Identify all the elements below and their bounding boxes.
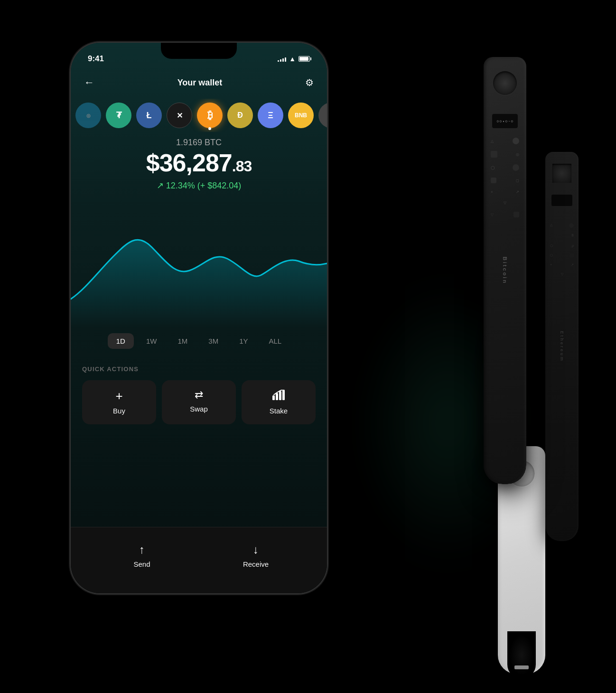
status-time: 9:41 — [88, 54, 104, 64]
time-btn-3m[interactable]: 3M — [200, 333, 227, 349]
stake-label: Stake — [270, 407, 288, 415]
battery-fill — [299, 57, 308, 61]
ledger-button-circle — [493, 71, 517, 95]
phone: 9:41 ▲ ← Your wallet — [71, 43, 327, 593]
back-button[interactable]: ← — [84, 76, 94, 89]
coin-mystery[interactable]: ◎ — [75, 103, 101, 128]
time-btn-1y[interactable]: 1Y — [231, 333, 256, 349]
quick-actions-section: QUICK ACTIONS + Buy ⇄ Swap — [71, 365, 327, 424]
ledger-s-icon-row-1: △ — [550, 223, 574, 228]
svg-rect-0 — [272, 395, 275, 400]
ledger-icon-row-7: ▽ — [491, 212, 519, 217]
ledger-s-icon-row-4: ⬡ — [550, 253, 574, 257]
status-icons: ▲ — [278, 55, 310, 63]
buy-icon: + — [115, 390, 122, 402]
svg-rect-1 — [276, 393, 278, 400]
price-dollars: $36,287 — [146, 149, 232, 177]
swap-button[interactable]: ⇄ Swap — [162, 380, 236, 424]
ledger-icon-row-2: ◎ — [491, 151, 519, 158]
ledger-s-icons: △ B ⬡ ρ ⬡ + ↗ — [550, 223, 574, 276]
chart-fill — [71, 240, 327, 328]
price-display: $36,287.83 — [80, 150, 317, 177]
ledger-icon-row-3: ⬡ — [491, 164, 519, 171]
notch — [161, 43, 237, 59]
time-btn-1d[interactable]: 1D — [108, 333, 134, 349]
send-action[interactable]: ↑ Send — [85, 543, 199, 568]
receive-icon: ↓ — [253, 543, 259, 556]
action-buttons-row: + Buy ⇄ Swap — [82, 380, 316, 424]
coin-litecoin[interactable]: Ł — [136, 103, 162, 128]
ledger-devices-group: ⬡⬡×⬡↑⬡ Bitcoin △ ◎ ⬡ — [346, 57, 583, 674]
svg-rect-2 — [279, 391, 281, 400]
ledger-nano-s: Ethereum △ B ⬡ ρ ⬡ — [545, 152, 579, 541]
receive-label: Receive — [243, 560, 269, 568]
ledger-icon-row-4: ◻ — [491, 178, 519, 183]
buy-label: Buy — [113, 407, 125, 415]
send-icon: ↑ — [139, 543, 145, 556]
ledger-icon-list: △ ◎ ⬡ ◻ + ↗ — [491, 138, 519, 217]
coin-algo[interactable]: A — [318, 103, 327, 128]
time-period-selector: 1D 1W 1M 3M 1Y ALL — [71, 333, 327, 349]
price-section: 1.9169 BTC $36,287.83 ↗ 12.34% (+ $842.0… — [71, 138, 327, 191]
signal-bar-4 — [285, 57, 286, 62]
receive-action[interactable]: ↓ Receive — [199, 543, 313, 568]
send-label: Send — [133, 560, 150, 568]
price-chart — [71, 204, 327, 328]
ledger-icon-row-1: △ — [491, 138, 519, 144]
stake-button[interactable]: Stake — [242, 380, 316, 424]
signal-bar-1 — [278, 60, 279, 62]
stake-icon — [272, 390, 285, 402]
time-btn-all[interactable]: ALL — [261, 333, 290, 349]
ledger-s-icon-row-2: B — [550, 234, 574, 238]
ledger-screen-text: ⬡⬡×⬡↑⬡ — [496, 120, 513, 123]
settings-icon[interactable]: ⚙ — [305, 77, 314, 88]
ledger-icon-row-6: ▽ — [491, 201, 519, 205]
coin-amount: 1.9169 BTC — [80, 138, 317, 148]
ledger-screen: ⬡⬡×⬡↑⬡ — [492, 114, 518, 128]
price-change: ↗ 12.34% (+ $842.04) — [80, 180, 317, 191]
scene: 9:41 ▲ ← Your wallet — [47, 19, 569, 674]
signal-icon — [278, 56, 286, 62]
wifi-icon: ▲ — [289, 55, 296, 63]
signal-bar-3 — [282, 58, 284, 62]
time-btn-1w[interactable]: 1W — [138, 333, 166, 349]
buy-button[interactable]: + Buy — [82, 380, 156, 424]
coin-tether[interactable]: ₮ — [106, 103, 131, 128]
swap-label: Swap — [190, 405, 208, 413]
coin-bnb[interactable]: BNB — [288, 103, 314, 128]
coin-selector-row: ◎ ₮ Ł ✕ ₿ Ð Ξ — [71, 99, 327, 132]
bottom-action-bar: ↑ Send ↓ Receive — [71, 527, 327, 593]
coin-xrp[interactable]: ✕ — [167, 103, 192, 128]
ledger-s-icon-row-6: ▽ — [550, 272, 574, 276]
price-cents: .83 — [232, 158, 252, 175]
ledger-white-usb — [514, 665, 529, 669]
time-btn-1m[interactable]: 1M — [169, 333, 196, 349]
ledger-s-icon-row-5: + ↗ — [550, 263, 574, 267]
ledger-icon-row-5: + ↗ — [491, 190, 519, 194]
swap-icon: ⇄ — [195, 390, 203, 400]
ledger-s-button — [552, 164, 571, 183]
phone-screen: 9:41 ▲ ← Your wallet — [71, 43, 327, 593]
battery-icon — [299, 56, 310, 62]
coin-ethereum[interactable]: Ξ — [258, 103, 283, 128]
ledger-white-connector-area — [507, 631, 536, 679]
coin-dogecoin[interactable]: Ð — [227, 103, 253, 128]
ledger-nano-x: ⬡⬡×⬡↑⬡ Bitcoin △ ◎ ⬡ — [484, 57, 526, 484]
chart-svg — [71, 204, 327, 328]
ledger-s-icon-row-3: ⬡ ρ — [550, 244, 574, 248]
ledger-s-screen — [551, 195, 572, 206]
ledger-s-label: Ethereum — [560, 331, 564, 362]
quick-actions-label: QUICK ACTIONS — [82, 365, 316, 373]
svg-rect-3 — [282, 390, 285, 400]
app-header: ← Your wallet ⚙ — [71, 69, 327, 96]
ledger-device-label: Bitcoin — [502, 257, 508, 284]
page-title: Your wallet — [177, 78, 223, 88]
coin-bitcoin[interactable]: ₿ — [197, 103, 223, 128]
signal-bar-2 — [280, 59, 281, 62]
